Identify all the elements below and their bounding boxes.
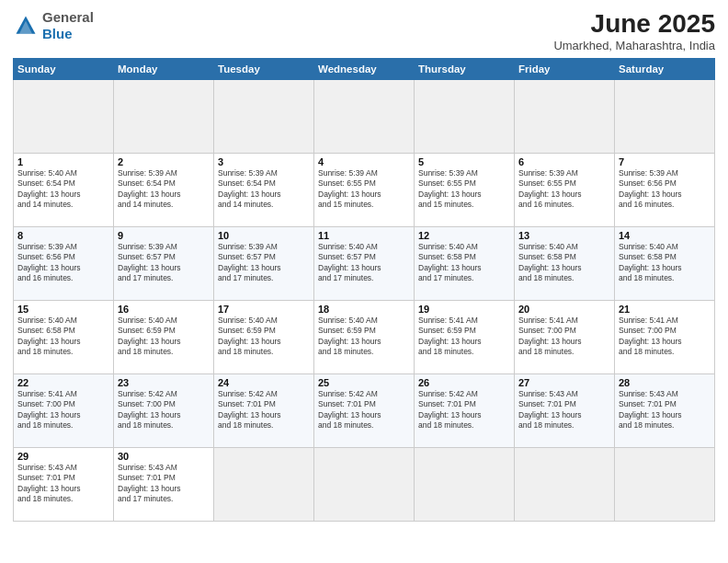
day-cell: 27Sunrise: 5:43 AM Sunset: 7:01 PM Dayli… (515, 374, 615, 448)
col-header-tuesday: Tuesday (214, 59, 314, 80)
calendar-table: SundayMondayTuesdayWednesdayThursdayFrid… (13, 58, 715, 522)
day-info: Sunrise: 5:40 AM Sunset: 6:58 PM Dayligh… (418, 242, 510, 284)
day-number: 26 (418, 377, 510, 388)
day-cell (515, 448, 615, 522)
day-number: 29 (17, 451, 109, 462)
day-cell: 25Sunrise: 5:42 AM Sunset: 7:01 PM Dayli… (314, 374, 415, 448)
day-info: Sunrise: 5:42 AM Sunset: 7:01 PM Dayligh… (318, 389, 410, 431)
day-number: 30 (118, 451, 210, 462)
day-cell (515, 80, 615, 154)
day-cell: 22Sunrise: 5:41 AM Sunset: 7:00 PM Dayli… (14, 374, 114, 448)
day-number: 8 (17, 230, 109, 241)
day-cell: 21Sunrise: 5:41 AM Sunset: 7:00 PM Dayli… (615, 301, 715, 374)
day-number: 13 (518, 230, 610, 241)
week-row-1: 1Sunrise: 5:40 AM Sunset: 6:54 PM Daylig… (14, 154, 715, 227)
day-cell: 9Sunrise: 5:39 AM Sunset: 6:57 PM Daylig… (114, 227, 214, 301)
day-cell (214, 448, 314, 522)
day-cell: 12Sunrise: 5:40 AM Sunset: 6:58 PM Dayli… (415, 227, 515, 301)
day-info: Sunrise: 5:43 AM Sunset: 7:01 PM Dayligh… (17, 463, 109, 505)
day-cell: 19Sunrise: 5:41 AM Sunset: 6:59 PM Dayli… (415, 301, 515, 374)
day-info: Sunrise: 5:39 AM Sunset: 6:57 PM Dayligh… (218, 242, 310, 284)
day-info: Sunrise: 5:39 AM Sunset: 6:55 PM Dayligh… (318, 168, 410, 211)
day-info: Sunrise: 5:40 AM Sunset: 6:59 PM Dayligh… (118, 316, 210, 358)
day-info: Sunrise: 5:40 AM Sunset: 6:59 PM Dayligh… (318, 316, 410, 358)
day-cell: 23Sunrise: 5:42 AM Sunset: 7:00 PM Dayli… (114, 374, 214, 448)
day-cell: 17Sunrise: 5:40 AM Sunset: 6:59 PM Dayli… (214, 301, 314, 374)
day-number: 25 (318, 377, 410, 388)
day-info: Sunrise: 5:43 AM Sunset: 7:01 PM Dayligh… (118, 463, 210, 505)
logo: General Blue (13, 9, 94, 42)
day-info: Sunrise: 5:39 AM Sunset: 6:55 PM Dayligh… (418, 168, 510, 211)
day-info: Sunrise: 5:39 AM Sunset: 6:54 PM Dayligh… (218, 168, 310, 211)
col-header-wednesday: Wednesday (314, 59, 415, 80)
day-number: 22 (17, 377, 109, 388)
day-cell: 20Sunrise: 5:41 AM Sunset: 7:00 PM Dayli… (515, 301, 615, 374)
day-info: Sunrise: 5:40 AM Sunset: 6:58 PM Dayligh… (619, 242, 711, 284)
day-number: 7 (619, 156, 711, 167)
day-cell: 28Sunrise: 5:43 AM Sunset: 7:01 PM Dayli… (615, 374, 715, 448)
calendar-page: General Blue June 2025 Umarkhed, Maharas… (0, 0, 728, 563)
day-info: Sunrise: 5:42 AM Sunset: 7:00 PM Dayligh… (118, 389, 210, 431)
day-cell: 13Sunrise: 5:40 AM Sunset: 6:58 PM Dayli… (515, 227, 615, 301)
day-number: 5 (418, 156, 510, 167)
subtitle: Umarkhed, Maharashtra, India (553, 39, 715, 52)
header: General Blue June 2025 Umarkhed, Maharas… (13, 9, 715, 52)
logo-text: General Blue (42, 9, 94, 42)
day-cell: 24Sunrise: 5:42 AM Sunset: 7:01 PM Dayli… (214, 374, 314, 448)
day-cell (314, 80, 415, 154)
day-number: 18 (318, 304, 410, 315)
day-cell: 3Sunrise: 5:39 AM Sunset: 6:54 PM Daylig… (214, 154, 314, 227)
day-cell: 6Sunrise: 5:39 AM Sunset: 6:55 PM Daylig… (515, 154, 615, 227)
week-row-3: 15Sunrise: 5:40 AM Sunset: 6:58 PM Dayli… (14, 301, 715, 374)
day-number: 1 (17, 156, 109, 167)
logo-general: General (42, 9, 94, 25)
day-number: 10 (218, 230, 310, 241)
day-cell (615, 80, 715, 154)
day-cell (314, 448, 415, 522)
day-number: 2 (118, 156, 210, 167)
col-header-thursday: Thursday (415, 59, 515, 80)
day-cell: 1Sunrise: 5:40 AM Sunset: 6:54 PM Daylig… (14, 154, 114, 227)
col-header-saturday: Saturday (615, 59, 715, 80)
title-block: June 2025 Umarkhed, Maharashtra, India (553, 9, 715, 52)
day-cell: 5Sunrise: 5:39 AM Sunset: 6:55 PM Daylig… (415, 154, 515, 227)
day-number: 15 (17, 304, 109, 315)
day-cell: 10Sunrise: 5:39 AM Sunset: 6:57 PM Dayli… (214, 227, 314, 301)
day-number: 17 (218, 304, 310, 315)
day-info: Sunrise: 5:40 AM Sunset: 6:58 PM Dayligh… (518, 242, 610, 284)
day-number: 14 (619, 230, 711, 241)
week-row-4: 22Sunrise: 5:41 AM Sunset: 7:00 PM Dayli… (14, 374, 715, 448)
day-info: Sunrise: 5:39 AM Sunset: 6:54 PM Dayligh… (118, 168, 210, 211)
day-cell: 8Sunrise: 5:39 AM Sunset: 6:56 PM Daylig… (14, 227, 114, 301)
day-cell: 14Sunrise: 5:40 AM Sunset: 6:58 PM Dayli… (615, 227, 715, 301)
day-cell: 18Sunrise: 5:40 AM Sunset: 6:59 PM Dayli… (314, 301, 415, 374)
day-cell (615, 448, 715, 522)
day-number: 20 (518, 304, 610, 315)
day-number: 4 (318, 156, 410, 167)
day-cell: 11Sunrise: 5:40 AM Sunset: 6:57 PM Dayli… (314, 227, 415, 301)
day-info: Sunrise: 5:39 AM Sunset: 6:56 PM Dayligh… (619, 168, 711, 211)
day-cell: 16Sunrise: 5:40 AM Sunset: 6:59 PM Dayli… (114, 301, 214, 374)
day-cell (415, 80, 515, 154)
day-info: Sunrise: 5:43 AM Sunset: 7:01 PM Dayligh… (518, 389, 610, 431)
day-cell (214, 80, 314, 154)
day-info: Sunrise: 5:41 AM Sunset: 6:59 PM Dayligh… (418, 316, 510, 358)
week-row-5: 29Sunrise: 5:43 AM Sunset: 7:01 PM Dayli… (14, 448, 715, 522)
day-info: Sunrise: 5:43 AM Sunset: 7:01 PM Dayligh… (619, 389, 711, 431)
day-number: 28 (619, 377, 711, 388)
day-info: Sunrise: 5:39 AM Sunset: 6:55 PM Dayligh… (518, 168, 610, 211)
day-number: 3 (218, 156, 310, 167)
day-cell: 26Sunrise: 5:42 AM Sunset: 7:01 PM Dayli… (415, 374, 515, 448)
day-cell (415, 448, 515, 522)
day-number: 24 (218, 377, 310, 388)
day-info: Sunrise: 5:42 AM Sunset: 7:01 PM Dayligh… (218, 389, 310, 431)
day-cell: 2Sunrise: 5:39 AM Sunset: 6:54 PM Daylig… (114, 154, 214, 227)
week-row-2: 8Sunrise: 5:39 AM Sunset: 6:56 PM Daylig… (14, 227, 715, 301)
col-header-sunday: Sunday (14, 59, 114, 80)
day-info: Sunrise: 5:39 AM Sunset: 6:56 PM Dayligh… (17, 242, 109, 284)
header-row: SundayMondayTuesdayWednesdayThursdayFrid… (14, 59, 715, 80)
col-header-monday: Monday (114, 59, 214, 80)
day-cell (114, 80, 214, 154)
week-row-0 (14, 80, 715, 154)
day-info: Sunrise: 5:40 AM Sunset: 6:58 PM Dayligh… (17, 316, 109, 358)
